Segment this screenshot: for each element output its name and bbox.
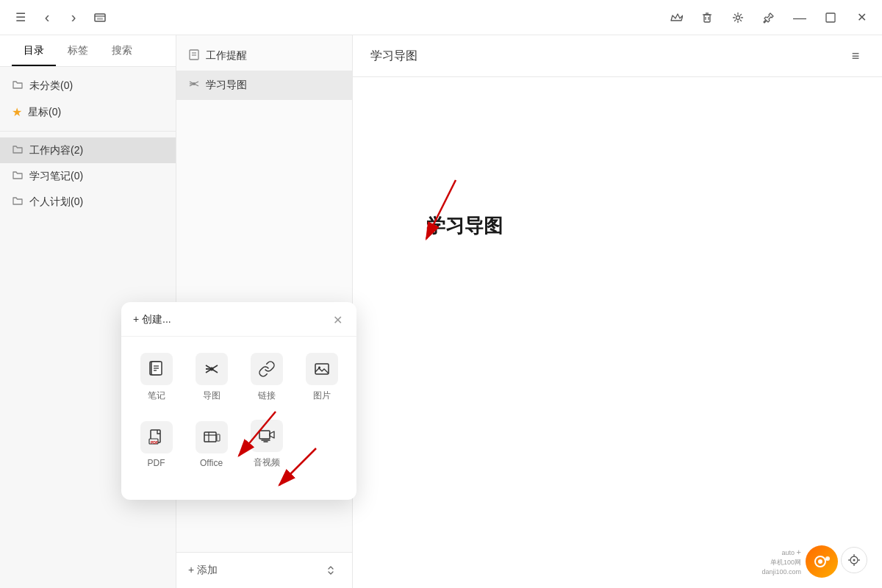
window-icon[interactable]: [91, 9, 109, 26]
sidebar-divider: [0, 131, 176, 132]
mindmap-create-icon: [196, 353, 228, 385]
popup-title: + 创建...: [133, 313, 171, 326]
trash-icon[interactable]: [698, 9, 716, 26]
sidebar-item-label: 未分类(0): [29, 79, 73, 93]
gear-icon[interactable]: [729, 9, 747, 26]
svg-rect-3: [704, 15, 710, 22]
mindmap-icon: [188, 78, 200, 93]
media-create-label: 音视频: [254, 456, 280, 469]
crown-icon[interactable]: [667, 9, 685, 26]
svg-point-41: [209, 368, 213, 371]
sidebar-item-starred[interactable]: ★ 星标(0): [0, 99, 176, 125]
popup-item-mindmap[interactable]: 导图: [185, 345, 237, 409]
bottom-right-controls: [841, 547, 867, 573]
svg-line-20: [426, 180, 456, 239]
top-toolbar: ☰ ‹ ›: [0, 0, 882, 35]
tab-directory[interactable]: 目录: [12, 35, 56, 66]
pdf-create-icon: PDF: [140, 421, 173, 453]
toolbar-left: ☰ ‹ ›: [12, 9, 109, 26]
watermark-url: danji100.com: [761, 567, 801, 577]
sidebar-category-personal[interactable]: 个人计划(0): [0, 189, 176, 215]
folder-icon: [12, 195, 24, 209]
close-icon[interactable]: ✕: [853, 9, 870, 26]
popup-pointer: [121, 485, 356, 498]
svg-rect-9: [826, 13, 835, 22]
note-label: 工作提醒: [206, 49, 247, 62]
note-create-label: 笔记: [148, 390, 165, 402]
link-create-icon: [251, 353, 283, 385]
minimize-icon[interactable]: —: [791, 9, 808, 26]
svg-rect-42: [315, 364, 329, 374]
popup-item-image[interactable]: 图片: [295, 345, 348, 409]
back-icon[interactable]: ‹: [38, 9, 56, 26]
office-create-label: Office: [200, 458, 223, 468]
svg-point-18: [193, 82, 196, 85]
category-label: 学习笔记(0): [29, 170, 83, 183]
mindmap-create-label: 导图: [203, 390, 220, 402]
main-body: 学习导图: [353, 77, 882, 588]
note-item-mindmap[interactable]: 学习导图: [176, 71, 352, 100]
folder-icon: [12, 143, 24, 157]
popup-item-office[interactable]: Office: [185, 412, 237, 476]
svg-rect-47: [204, 432, 216, 442]
note-label: 学习导图: [206, 79, 247, 92]
sidebar-item-uncategorized[interactable]: 未分类(0): [0, 73, 176, 99]
svg-rect-2: [97, 18, 103, 20]
svg-marker-54: [232, 488, 246, 495]
watermark: auto + 单机100网 danji100.com: [761, 545, 838, 578]
svg-text:PDF: PDF: [151, 440, 158, 445]
popup-item-note[interactable]: 笔记: [130, 345, 182, 409]
sort-icon[interactable]: [323, 562, 340, 579]
main-content: 学习导图 ≡ 学习导图: [353, 35, 882, 588]
main-menu-icon[interactable]: ≡: [847, 47, 864, 65]
tab-search[interactable]: 搜索: [100, 35, 144, 66]
image-create-icon: [306, 353, 338, 385]
create-popup: + 创建... ✕ 笔记: [121, 302, 356, 500]
locate-button[interactable]: [841, 547, 867, 573]
maximize-icon[interactable]: [822, 9, 839, 26]
menu-icon[interactable]: ☰: [12, 9, 29, 26]
sidebar-item-label: 星标(0): [28, 106, 61, 119]
image-create-label: 图片: [313, 390, 331, 402]
svg-rect-51: [259, 431, 270, 439]
folder-icon: [12, 169, 24, 183]
add-note-button[interactable]: + 添加: [188, 564, 218, 577]
middle-footer: + 添加: [176, 552, 352, 588]
watermark-auto: auto +: [761, 547, 801, 558]
office-create-icon: [196, 421, 228, 453]
forward-icon[interactable]: ›: [65, 9, 82, 26]
sidebar-category-work[interactable]: 工作内容(2): [0, 137, 176, 163]
category-label: 工作内容(2): [29, 144, 83, 157]
svg-point-28: [818, 559, 822, 564]
star-icon: ★: [12, 105, 22, 119]
folder-icon: [12, 79, 24, 93]
pin-icon[interactable]: [760, 9, 778, 26]
sidebar-tabs: 目录 标签 搜索: [0, 35, 176, 67]
popup-item-media[interactable]: 音视频: [240, 412, 293, 476]
pdf-create-label: PDF: [148, 458, 165, 468]
main-title: 学习导图: [370, 49, 417, 64]
popup-header: + 创建... ✕: [121, 302, 356, 337]
note-create-icon: [140, 353, 173, 385]
watermark-logo: [806, 545, 838, 578]
tab-tags[interactable]: 标签: [56, 35, 100, 66]
main-header: 学习导图 ≡: [353, 35, 882, 77]
svg-point-8: [736, 15, 740, 19]
popup-item-pdf[interactable]: PDF PDF: [130, 412, 182, 476]
watermark-site: 单机100网: [761, 558, 801, 567]
note-item-work-reminder[interactable]: 工作提醒: [176, 41, 352, 71]
toolbar-right: — ✕: [667, 9, 870, 26]
category-label: 个人计划(0): [29, 196, 83, 209]
svg-point-22: [853, 559, 856, 562]
sidebar-category-study[interactable]: 学习笔记(0): [0, 163, 176, 189]
popup-grid: 笔记 导图: [121, 337, 356, 485]
note-icon: [188, 49, 200, 63]
red-arrow-1: [390, 165, 478, 261]
media-create-icon: [251, 420, 283, 452]
link-create-label: 链接: [258, 390, 276, 402]
popup-close-button[interactable]: ✕: [330, 312, 345, 327]
popup-item-link[interactable]: 链接: [240, 345, 293, 409]
svg-rect-50: [217, 434, 220, 441]
